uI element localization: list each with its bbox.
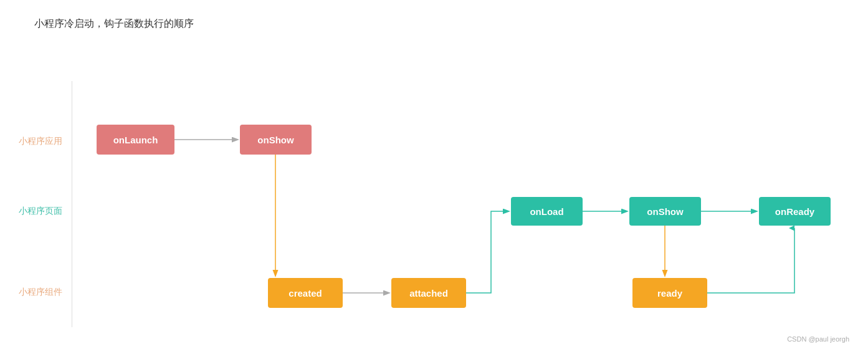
label-app: 小程序应用 (19, 136, 62, 147)
watermark: CSDN @paul jeorgh (787, 335, 849, 343)
box-on-show-page: onShow (629, 197, 701, 226)
page-title: 小程序冷启动，钩子函数执行的顺序 (34, 17, 194, 31)
box-on-load: onLoad (511, 197, 583, 226)
box-ready: ready (632, 278, 707, 308)
box-created: created (268, 278, 343, 308)
label-component: 小程序组件 (19, 287, 62, 298)
box-on-launch: onLaunch (97, 125, 174, 155)
box-on-ready: onReady (759, 197, 831, 226)
divider-line (72, 81, 72, 327)
box-on-show-app: onShow (240, 125, 312, 155)
label-page: 小程序页面 (19, 206, 62, 217)
box-attached: attached (391, 278, 466, 308)
